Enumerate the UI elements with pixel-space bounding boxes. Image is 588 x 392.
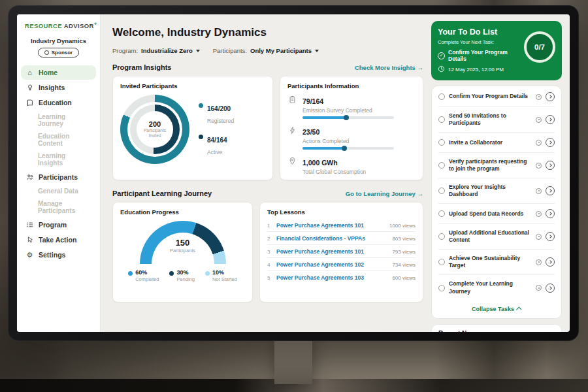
lesson-row[interactable]: 5 Power Purchase Agreements 103 600 view… (267, 271, 416, 284)
task-checkbox-icon[interactable] (438, 162, 445, 169)
learning-card-row: Education Progress 150 Participants 60% … (112, 202, 423, 302)
sidebar-item-settings[interactable]: ⚙ Settings (21, 248, 96, 262)
sidebar-item-insights[interactable]: Insights (21, 80, 96, 95)
chevron-right-icon[interactable] (546, 161, 555, 170)
task-checkbox-icon[interactable] (438, 139, 445, 146)
task-row-sustainability-target[interactable]: Achieve One Sustainability Target (438, 250, 555, 275)
lesson-row[interactable]: 1 Power Purchase Agreements 101 1000 vie… (267, 219, 416, 232)
sidebar-item-program[interactable]: Program (21, 218, 96, 232)
task-checkbox-icon[interactable] (438, 210, 445, 217)
gauge-center: 150 Participants (140, 238, 226, 253)
sidebar-item-participants[interactable]: Participants (21, 170, 96, 184)
task-checkbox-icon[interactable] (438, 285, 445, 291)
sidebar-item-home[interactable]: ⌂ Home (21, 65, 96, 80)
program-filter[interactable]: Program: Industrialize Zero (112, 47, 200, 54)
card-title: Participants Information (287, 82, 416, 90)
todo-next-task[interactable]: Confirm Your Program Details (438, 49, 521, 62)
lesson-link[interactable]: Power Purchase Agreements 102 (276, 261, 364, 268)
stat-consumption: 1,000 GWh Total Global Consumption (287, 156, 416, 175)
emission-progress-bar (302, 116, 394, 119)
invited-chart-area: 200 Participants Invited 164/200 Registe… (120, 95, 265, 164)
clipboard-icon (287, 95, 297, 119)
check-more-insights-link[interactable]: Check More Insights (355, 64, 423, 71)
sidebar-item-learning-insights[interactable]: Learning Insights (21, 150, 96, 169)
sidebar-item-education-content[interactable]: Education Content (21, 130, 96, 150)
chevron-right-icon[interactable] (546, 115, 555, 124)
chevron-right-icon[interactable] (546, 138, 555, 147)
go-to-learning-journey-link[interactable]: Go to Learning Journey (346, 190, 423, 197)
gauge-center-value: 150 (140, 238, 226, 248)
todo-subtitle: Complete Your Next Task: (438, 39, 521, 45)
chevron-right-icon[interactable] (546, 284, 555, 293)
task-row-verify-participants[interactable]: Verify participants requesting to join t… (438, 153, 555, 178)
chevron-right-icon[interactable] (546, 186, 555, 195)
task-checkbox-icon[interactable] (438, 259, 445, 265)
task-checkbox-icon[interactable] (438, 93, 445, 100)
sidebar-item-learning-journey[interactable]: Learning Journey (21, 110, 96, 130)
task-label: Complete Your Learning Journey (449, 280, 532, 295)
top-lessons-card: Top Lessons 1 Power Purchase Agreements … (259, 202, 423, 302)
chevron-down-icon (196, 50, 200, 52)
donut-center-label: Participants Invited (140, 128, 170, 139)
task-checkbox-icon[interactable] (438, 116, 445, 123)
donut-center-value: 200 (149, 120, 161, 128)
task-checkbox-icon[interactable] (438, 233, 445, 240)
sidebar-item-take-action[interactable]: Take Action (21, 233, 96, 247)
lesson-rank: 4 (267, 262, 276, 268)
target-icon (536, 211, 542, 217)
lesson-link[interactable]: Financial Considerations - VPPAs (276, 235, 365, 242)
sidebar: RESOURCE ADVISOR+ Industry Dynamics Spon… (17, 14, 101, 332)
task-checkbox-icon[interactable] (438, 188, 445, 194)
collapse-tasks-button[interactable]: Collapse Tasks (438, 301, 555, 318)
donut-inner-ring: 200 Participants Invited (130, 105, 180, 154)
lesson-row[interactable]: 2 Financial Considerations - VPPAs 803 v… (267, 232, 416, 245)
task-row-explore-insights[interactable]: Explore Your Insights Dashboard (438, 178, 555, 204)
participants-filter-label: Participants: (213, 47, 247, 54)
legend-label: Not Started (212, 276, 237, 282)
chevron-right-icon[interactable] (546, 232, 555, 241)
sidebar-item-education[interactable]: Education (21, 95, 96, 110)
legend-value: 84/164 (207, 137, 227, 144)
sidebar-item-label: Education (39, 99, 72, 106)
sponsor-badge[interactable]: Sponsor (38, 48, 79, 57)
recent-news-card: Recent News (431, 324, 562, 332)
chevron-down-icon (315, 50, 319, 52)
task-label: Explore Your Insights Dashboard (449, 184, 532, 198)
legend-label: Pending (176, 276, 195, 282)
check-circle-icon (438, 52, 445, 59)
lesson-link[interactable]: Power Purchase Agreements 103 (276, 274, 364, 281)
chevron-right-icon[interactable] (546, 257, 555, 267)
target-icon (536, 259, 542, 265)
donut-center: 200 Participants Invited (137, 111, 173, 148)
lesson-row[interactable]: 4 Power Purchase Agreements 102 734 view… (267, 258, 416, 271)
gauge-center-label: Participants (140, 248, 226, 253)
program-filter-label: Program: (112, 47, 138, 54)
chevron-right-icon[interactable] (546, 92, 555, 101)
lesson-views: 1000 views (389, 223, 416, 229)
sidebar-item-manage-participants[interactable]: Manage Participants (21, 197, 96, 217)
invited-legend: 164/200 Registered 84/164 Active (199, 102, 234, 157)
chevron-right-icon[interactable] (546, 209, 555, 218)
task-row-upload-spend-data[interactable]: Upload Spend Data Records (438, 204, 555, 224)
participants-filter[interactable]: Participants: Only My Participants (213, 47, 319, 54)
lesson-views: 600 views (392, 275, 416, 281)
sidebar-item-label: Home (39, 69, 57, 76)
task-label: Send 50 Invitations to Participants (449, 112, 532, 127)
sidebar-item-general-data[interactable]: General Data (21, 185, 96, 197)
todo-due-label: 12 May 2025, 12:00 PM (448, 67, 504, 73)
task-row-confirm-program[interactable]: Confirm Your Program Details (438, 87, 555, 107)
legend-dot-icon (169, 271, 174, 276)
task-row-upload-educational-content[interactable]: Upload Additional Educational Content (438, 224, 555, 250)
actions-progress-bar (302, 147, 394, 150)
task-row-complete-learning-journey[interactable]: Complete Your Learning Journey (438, 275, 555, 300)
card-title: Education Progress (120, 208, 245, 216)
lesson-link[interactable]: Power Purchase Agreements 101 (276, 248, 364, 255)
task-row-send-invitations[interactable]: Send 50 Invitations to Participants (438, 107, 555, 133)
education-gauge-chart: 150 Participants (140, 221, 226, 264)
lesson-rank: 2 (267, 236, 276, 242)
lesson-link[interactable]: Power Purchase Agreements 101 (276, 222, 364, 229)
task-row-invite-collaborator[interactable]: Invite a Collaborator (438, 133, 555, 153)
legend-label: Active (207, 149, 222, 155)
lesson-row[interactable]: 3 Power Purchase Agreements 101 793 view… (267, 245, 416, 258)
participants-information-card: Participants Information 79/164 Emission… (280, 76, 423, 180)
